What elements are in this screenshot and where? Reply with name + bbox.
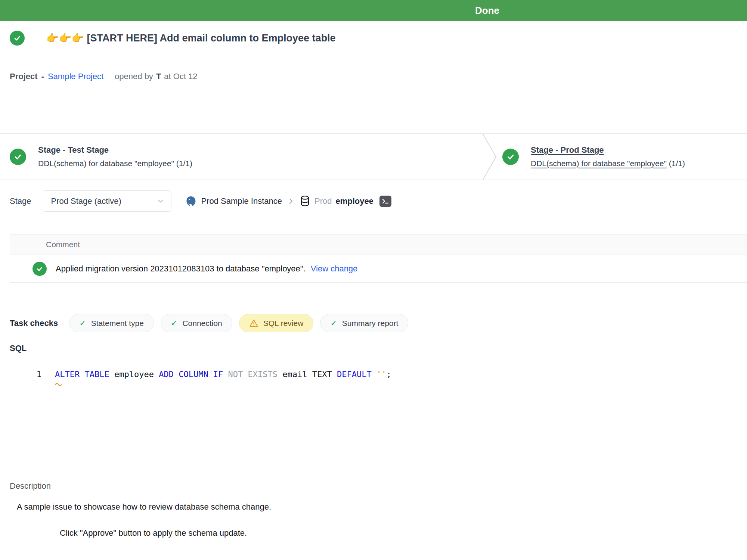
database-environment-label: Prod bbox=[314, 196, 332, 206]
stage-card-prod[interactable]: Stage - Prod Stage DDL(schema) for datab… bbox=[502, 134, 685, 180]
comment-table: Comment Applied migration version 202310… bbox=[10, 234, 747, 283]
section-divider bbox=[0, 466, 747, 466]
task-check-label: SQL review bbox=[263, 319, 304, 328]
stage-prod-check-icon bbox=[502, 149, 519, 165]
task-check-label: Statement type bbox=[91, 319, 144, 328]
comment-success-check-icon bbox=[32, 262, 47, 276]
description-label: Description bbox=[10, 481, 747, 491]
project-label: Project bbox=[10, 71, 38, 82]
database-name-link[interactable]: employee bbox=[335, 196, 374, 206]
comment-row: Applied migration version 20231012083103… bbox=[10, 255, 747, 282]
project-separator: - bbox=[41, 71, 44, 82]
sql-statement: ALTER TABLE employee ADD COLUMN IF NOT E… bbox=[55, 368, 391, 380]
page-title: 👉👉👉 [START HERE] Add email column to Emp… bbox=[46, 32, 336, 44]
status-banner-label: Done bbox=[475, 0, 499, 21]
task-check-statement-type[interactable]: ✓ Statement type bbox=[69, 314, 154, 332]
sql-editor[interactable]: 1 ALTER TABLE employee ADD COLUMN IF NOT… bbox=[10, 360, 737, 439]
creator-name[interactable]: T bbox=[156, 71, 161, 82]
task-check-label: Summary report bbox=[342, 319, 399, 328]
view-change-link[interactable]: View change bbox=[311, 264, 358, 274]
comment-message: Applied migration version 20231012083103… bbox=[56, 264, 306, 274]
warning-triangle-icon bbox=[249, 319, 258, 327]
task-checks-row: Task checks ✓ Statement type ✓ Connectio… bbox=[10, 314, 747, 332]
task-check-label: Connection bbox=[182, 319, 222, 328]
opened-by-label: opened by bbox=[115, 71, 153, 82]
chevron-down-icon bbox=[157, 197, 164, 205]
stage-selector-label: Stage bbox=[10, 190, 31, 212]
stage-test-title: Stage - Test Stage bbox=[38, 144, 192, 156]
check-icon: ✓ bbox=[330, 318, 337, 328]
project-name-link[interactable]: Sample Project bbox=[48, 71, 103, 82]
stage-select-value: Prod Stage (active) bbox=[51, 196, 121, 206]
stage-separator-chevron-icon bbox=[481, 134, 498, 180]
stage-selector-row: Stage Prod Stage (active) Prod Sample In… bbox=[0, 180, 747, 234]
comment-header-label: Comment bbox=[46, 240, 80, 249]
sql-warning-squiggle-icon bbox=[55, 380, 737, 385]
stage-test-check-icon bbox=[10, 149, 26, 165]
bottom-divider bbox=[0, 550, 747, 550]
stage-strip: Stage - Test Stage DDL(schema) for datab… bbox=[0, 133, 747, 180]
database-icon bbox=[300, 195, 310, 207]
task-check-connection[interactable]: ✓ Connection bbox=[161, 314, 232, 332]
sql-code-line: 1 ALTER TABLE employee ADD COLUMN IF NOT… bbox=[10, 368, 737, 380]
stage-prod-subtitle-count: (1/1) bbox=[667, 159, 685, 168]
database-breadcrumb: Prod Sample Instance Prod employee bbox=[185, 190, 391, 212]
status-banner: Done bbox=[0, 0, 747, 21]
sql-editor-terminal-button[interactable] bbox=[379, 196, 391, 207]
postgresql-icon bbox=[185, 195, 197, 207]
stage-prod-subtitle-link[interactable]: DDL(schema) for database "employee" bbox=[531, 159, 667, 168]
opened-at-label: at Oct 12 bbox=[164, 71, 197, 82]
stage-prod-title: Stage - Prod Stage bbox=[531, 144, 685, 156]
sql-section-label: SQL bbox=[10, 343, 747, 353]
terminal-icon bbox=[381, 197, 390, 205]
description-line-2: Click "Approve" button to apply the sche… bbox=[60, 528, 747, 538]
description-line-1: A sample issue to showcase how to review… bbox=[17, 502, 747, 512]
stage-test-subtitle: DDL(schema) for database "employee" (1/1… bbox=[38, 158, 192, 169]
line-number: 1 bbox=[10, 368, 41, 380]
project-row: Project - Sample Project opened by T at … bbox=[0, 55, 747, 133]
task-checks-label: Task checks bbox=[10, 318, 58, 328]
task-check-sql-review[interactable]: SQL review bbox=[239, 314, 314, 332]
issue-done-check-icon bbox=[10, 31, 25, 46]
task-check-summary-report[interactable]: ✓ Summary report bbox=[320, 314, 408, 332]
comment-table-header: Comment bbox=[10, 234, 747, 255]
check-icon: ✓ bbox=[79, 318, 86, 328]
chevron-right-icon bbox=[287, 197, 295, 206]
issue-title-row: 👉👉👉 [START HERE] Add email column to Emp… bbox=[0, 21, 747, 55]
stage-card-test[interactable]: Stage - Test Stage DDL(schema) for datab… bbox=[10, 134, 192, 180]
instance-name-link[interactable]: Prod Sample Instance bbox=[201, 196, 282, 206]
stage-select-dropdown[interactable]: Prod Stage (active) bbox=[42, 190, 171, 212]
check-icon: ✓ bbox=[171, 318, 177, 328]
